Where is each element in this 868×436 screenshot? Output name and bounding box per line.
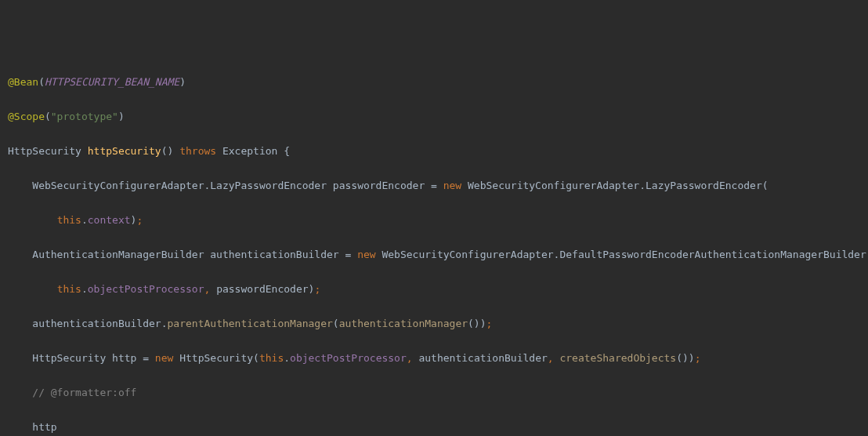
arg: authenticationBuilder <box>418 352 547 364</box>
code-line: @Scope("prototype") <box>8 108 860 125</box>
var-type: HttpSecurity <box>32 352 112 364</box>
var-name: http <box>112 352 143 364</box>
code-line: HttpSecurity http = new HttpSecurity(thi… <box>8 350 860 367</box>
arg: passwordEncoder <box>216 283 308 295</box>
method-call: createSharedObjects <box>559 352 676 364</box>
code-line: HttpSecurity httpSecurity() throws Excep… <box>8 143 860 160</box>
keyword-this: this <box>57 214 81 226</box>
code-line: AuthenticationManagerBuilder authenticat… <box>8 246 860 263</box>
var-name: authenticationBuilder <box>210 249 345 260</box>
paren: ( <box>38 76 45 88</box>
constant-ref: HTTPSECURITY_BEAN_NAME <box>45 76 179 88</box>
keyword-new: new <box>357 249 375 260</box>
code-editor[interactable]: @Bean(HTTPSECURITY_BEAN_NAME) @Scope("pr… <box>8 74 860 436</box>
field-ref: objectPostProcessor <box>88 283 204 295</box>
var-ref: authenticationBuilder <box>32 318 161 329</box>
var-type: AuthenticationManagerBuilder <box>32 249 210 260</box>
method-call: parentAuthenticationManager <box>168 318 333 329</box>
constructor-type: WebSecurityConfigurerAdapter.DefaultPass… <box>382 249 866 260</box>
var-ref: http <box>32 421 56 433</box>
constructor-type: WebSecurityConfigurerAdapter.LazyPasswor… <box>468 180 762 191</box>
method-name: httpSecurity <box>88 145 161 157</box>
code-line: this.objectPostProcessor, passwordEncode… <box>8 281 860 298</box>
annotation: @Scope <box>8 111 45 122</box>
code-line: http <box>8 419 860 436</box>
keyword-throws: throws <box>179 145 216 157</box>
paren: ) <box>118 111 125 122</box>
code-line: // @formatter:off <box>8 384 860 401</box>
keyword-this: this <box>57 283 81 295</box>
constructor-type: HttpSecurity <box>179 352 253 364</box>
paren: ) <box>179 76 186 88</box>
keyword-new: new <box>443 180 461 191</box>
exception-type: Exception <box>222 145 277 157</box>
string-literal: "prototype" <box>51 111 118 122</box>
code-line: this.context); <box>8 212 860 229</box>
code-line: @Bean(HTTPSECURITY_BEAN_NAME) <box>8 74 860 91</box>
code-line: WebSecurityConfigurerAdapter.LazyPasswor… <box>8 177 860 194</box>
annotation: @Bean <box>8 76 38 88</box>
return-type: HttpSecurity <box>8 145 81 157</box>
code-line: authenticationBuilder.parentAuthenticati… <box>8 315 860 332</box>
keyword-this: this <box>259 352 284 364</box>
comment: // @formatter:off <box>32 387 136 398</box>
var-type: WebSecurityConfigurerAdapter.LazyPasswor… <box>32 180 333 191</box>
keyword-new: new <box>155 352 173 364</box>
var-name: passwordEncoder <box>333 180 431 191</box>
paren: ( <box>45 111 51 122</box>
field-ref: context <box>88 214 131 226</box>
field-ref: objectPostProcessor <box>290 352 407 364</box>
method-call: authenticationManager <box>339 318 468 329</box>
